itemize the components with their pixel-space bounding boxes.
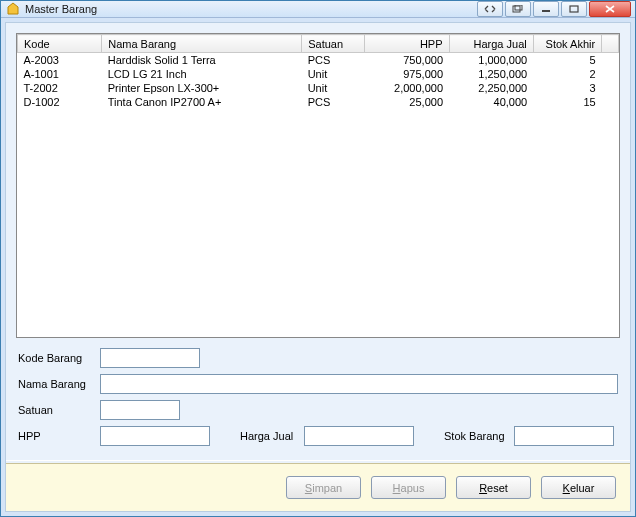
cell: PCS [302,53,365,68]
cell: 25,000 [365,95,449,109]
button-bar: Simpan Hapus Reset Keluar [6,463,630,511]
cell: 5 [533,53,601,68]
cell: Unit [302,81,365,95]
cell: A-1001 [18,67,102,81]
hapus-button[interactable]: Hapus [371,476,446,499]
maximize-button[interactable] [561,1,587,17]
cell: 2 [533,67,601,81]
form-panel: Kode Barang Nama Barang Satuan HPP Harga… [18,348,618,452]
cell: 1,000,000 [449,53,533,68]
cell: LCD LG 21 Inch [102,67,302,81]
cell: 3 [533,81,601,95]
table-header-row[interactable]: KodeNama BarangSatuanHPPHarga JualStok A… [18,35,619,53]
nama-field[interactable] [100,374,618,394]
stok-label: Stok Barang [444,430,514,442]
cell: Unit [302,67,365,81]
cell: D-1002 [18,95,102,109]
window-controls [477,1,631,17]
svg-rect-3 [570,6,578,12]
simpan-button[interactable]: Simpan [286,476,361,499]
satuan-label: Satuan [18,404,100,416]
cell: Tinta Canon IP2700 A+ [102,95,302,109]
satuan-field[interactable] [100,400,180,420]
hapus-rest: apus [401,482,425,494]
col-header[interactable]: Satuan [302,35,365,53]
harga-label: Harga Jual [240,430,304,442]
reset-rest: eset [487,482,508,494]
app-icon [5,1,21,17]
table-row[interactable]: D-1002Tinta Canon IP2700 A+PCS25,00040,0… [18,95,619,109]
harga-field[interactable] [304,426,414,446]
separator [6,460,630,461]
cell: PCS [302,95,365,109]
window-title: Master Barang [25,3,477,15]
cell: 750,000 [365,53,449,68]
minimize-button[interactable] [533,1,559,17]
client-area: KodeNama BarangSatuanHPPHarga JualStok A… [5,22,631,512]
data-grid[interactable]: KodeNama BarangSatuanHPPHarga JualStok A… [16,33,620,338]
simpan-rest: impan [312,482,342,494]
col-header[interactable]: HPP [365,35,449,53]
cell: 40,000 [449,95,533,109]
cell: 975,000 [365,67,449,81]
cell: 15 [533,95,601,109]
keluar-button[interactable]: Keluar [541,476,616,499]
col-header[interactable]: Kode [18,35,102,53]
hpp-label: HPP [18,430,100,442]
cell: Harddisk Solid 1 Terra [102,53,302,68]
hpp-field[interactable] [100,426,210,446]
col-header-spacer [602,35,619,53]
window: Master Barang KodeNama BarangSatuanHPPHa… [0,0,636,517]
titlebar[interactable]: Master Barang [1,1,635,18]
keluar-rest: eluar [570,482,594,494]
restore-group-button[interactable] [505,1,531,17]
stok-field[interactable] [514,426,614,446]
close-button[interactable] [589,1,631,17]
col-header[interactable]: Nama Barang [102,35,302,53]
cell: Printer Epson LX-300+ [102,81,302,95]
reset-button[interactable]: Reset [456,476,531,499]
col-header[interactable]: Stok Akhir [533,35,601,53]
kode-label: Kode Barang [18,352,100,364]
kode-field[interactable] [100,348,200,368]
table-row[interactable]: A-2003Harddisk Solid 1 TerraPCS750,0001,… [18,53,619,68]
table-row[interactable]: T-2002Printer Epson LX-300+Unit2,000,000… [18,81,619,95]
cell: T-2002 [18,81,102,95]
col-header[interactable]: Harga Jual [449,35,533,53]
prev-next-button[interactable] [477,1,503,17]
cell: A-2003 [18,53,102,68]
cell: 1,250,000 [449,67,533,81]
svg-rect-0 [513,6,520,12]
nama-label: Nama Barang [18,378,100,390]
cell: 2,250,000 [449,81,533,95]
cell: 2,000,000 [365,81,449,95]
table-row[interactable]: A-1001LCD LG 21 InchUnit975,0001,250,000… [18,67,619,81]
